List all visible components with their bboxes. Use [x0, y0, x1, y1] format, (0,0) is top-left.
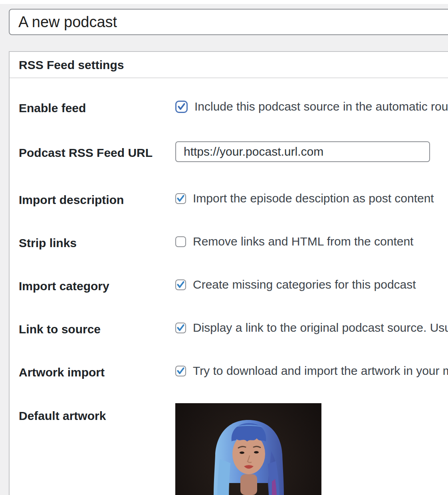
check-icon — [176, 280, 185, 289]
check-icon — [177, 102, 186, 111]
link-to-source-checkbox[interactable] — [175, 323, 186, 333]
check-icon — [176, 366, 185, 375]
field-label-import-category: Import category — [19, 279, 109, 293]
checkbox-description: Remove links and HTML from the content — [193, 235, 413, 248]
checkbox-description: Display a link to the original podcast s… — [193, 321, 448, 335]
checkbox-description: Include this podcast source in the autom… — [194, 100, 448, 113]
enable-feed-checkbox[interactable] — [175, 101, 188, 113]
import-description-checkbox[interactable] — [175, 193, 186, 204]
portrait-woman-blue-hair-headphones-illustration — [175, 403, 321, 495]
import-category-checkbox[interactable] — [175, 279, 186, 290]
checkbox-description: Create missing categories for this podca… — [193, 278, 416, 291]
strip-links-checkbox[interactable] — [175, 236, 186, 247]
panel-header-title: RSS Feed settings — [10, 52, 448, 78]
artwork-import-checkbox[interactable] — [175, 366, 186, 376]
checkbox-description: Import the episode desciption as post co… — [193, 192, 434, 205]
top-toolbar-remnant — [0, 0, 448, 4]
field-label-import-description: Import description — [19, 193, 124, 207]
check-icon — [176, 194, 185, 203]
podcast-title-input[interactable] — [9, 9, 448, 35]
default-artwork-image — [175, 403, 321, 495]
field-label-strip-links: Strip links — [19, 236, 77, 250]
feed-url-input[interactable] — [175, 141, 430, 162]
checkbox-description: Try to download and import the artwork i… — [193, 364, 448, 378]
field-label-enable-feed: Enable feed — [19, 101, 86, 115]
field-label-feed-url: Podcast RSS Feed URL — [19, 146, 153, 160]
field-label-default-artwork: Default artwork — [19, 409, 106, 423]
field-label-link-to-source: Link to source — [19, 323, 101, 336]
field-label-artwork-import: Artwork import — [19, 366, 105, 379]
rss-feed-settings-panel: RSS Feed settings Enable feed Include th… — [9, 51, 448, 495]
check-icon — [176, 323, 185, 332]
